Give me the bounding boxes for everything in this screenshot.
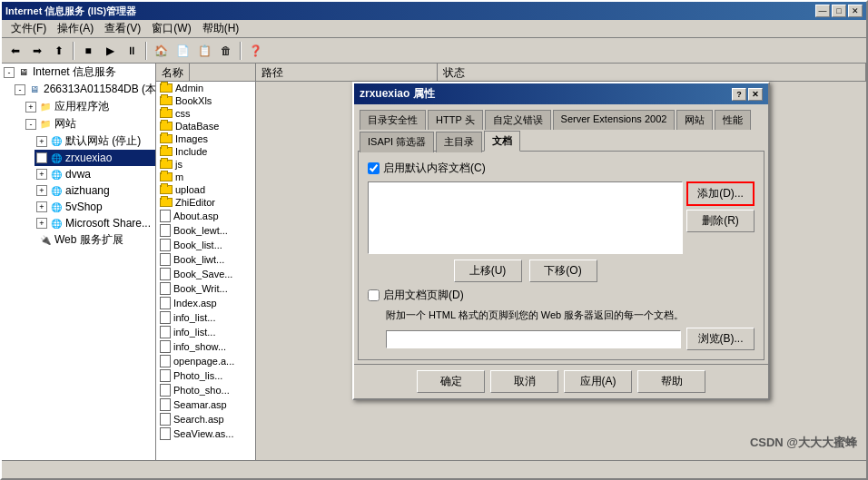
tab-performance[interactable]: 性能 xyxy=(715,110,751,130)
tree-item-webext[interactable]: 🔌 Web 服务扩展 xyxy=(24,231,155,249)
help-button[interactable]: ❓ xyxy=(245,41,265,61)
file-item-book-list1[interactable]: Book_list... xyxy=(156,238,255,252)
tree-item-dvwa[interactable]: + 🌐 dvwa xyxy=(35,166,155,182)
enable-footer-checkbox[interactable] xyxy=(368,289,380,301)
tree-item-server[interactable]: - 🖥 266313A011584DB (本地计... xyxy=(13,81,155,98)
delete-button[interactable]: 🗑 xyxy=(216,41,236,61)
menu-window[interactable]: 窗口(W) xyxy=(146,19,196,38)
enable-default-doc-checkbox[interactable] xyxy=(368,162,380,174)
expand-icon-iis[interactable]: - xyxy=(4,67,15,78)
move-down-button[interactable]: 下移(O) xyxy=(529,260,597,282)
file-item-openpage[interactable]: openpage.a... xyxy=(156,354,255,368)
tree-item-microsoft-share[interactable]: + 🌐 Microsoft Share... xyxy=(35,215,155,231)
file-item-m[interactable]: m xyxy=(156,171,255,183)
tree-item-defaultsite[interactable]: + 🌐 默认网站 (停止) xyxy=(35,132,155,150)
footer-desc: 附加一个 HTML 格式的页脚到您的 Web 服务器返回的每一个文档。 xyxy=(386,309,755,322)
file-item-book-writ[interactable]: Book_Writ... xyxy=(156,281,255,296)
stop-button[interactable]: ■ xyxy=(78,41,98,61)
menu-action[interactable]: 操作(A) xyxy=(52,19,99,38)
add-doc-button[interactable]: 添加(D)... xyxy=(686,181,755,206)
tab-server-ext[interactable]: Server Extensions 2002 xyxy=(553,110,676,130)
menu-file[interactable]: 文件(F) xyxy=(5,19,52,38)
file-item-database[interactable]: DataBase xyxy=(156,120,255,132)
file-item-index[interactable]: Index.asp xyxy=(156,296,255,310)
file-item-photo-sho[interactable]: Photo_sho... xyxy=(156,383,255,397)
tree-label-5vshop: 5vShop xyxy=(65,201,103,213)
file-item-info-list1[interactable]: info_list... xyxy=(156,310,255,325)
page-button[interactable]: 📄 xyxy=(173,41,192,61)
expand-icon-5vshop[interactable]: + xyxy=(36,201,47,212)
defaultsite-icon: 🌐 xyxy=(49,134,64,149)
file-icon-info-list2 xyxy=(160,326,171,338)
delete-doc-button[interactable]: 删除(R) xyxy=(686,210,755,232)
dialog-close-button[interactable]: ✕ xyxy=(748,88,763,101)
tab-custom-errors[interactable]: 自定义错误 xyxy=(485,110,551,130)
tree-item-5vshop[interactable]: + 🌐 5vShop xyxy=(35,199,155,215)
cancel-button[interactable]: 取消 xyxy=(490,370,558,393)
home-button[interactable]: 🏠 xyxy=(151,41,171,61)
expand-icon-server[interactable]: - xyxy=(15,84,25,95)
folder-icon-m xyxy=(160,172,173,181)
file-item-images[interactable]: Images xyxy=(156,132,255,145)
file-item-bookxls[interactable]: BookXls xyxy=(156,94,255,107)
file-item-info-list2[interactable]: info_list... xyxy=(156,325,255,339)
move-up-button[interactable]: 上移(U) xyxy=(454,260,522,282)
expand-icon-sites[interactable]: - xyxy=(25,119,36,130)
expand-icon-apppool[interactable]: + xyxy=(25,102,36,113)
close-button[interactable]: ✕ xyxy=(848,5,863,17)
apply-button[interactable]: 应用(A) xyxy=(564,370,632,393)
file-item-include[interactable]: Include xyxy=(156,145,255,158)
file-item-book-save[interactable]: Book_Save... xyxy=(156,267,255,281)
ok-button[interactable]: 确定 xyxy=(417,370,485,393)
maximize-button[interactable]: □ xyxy=(832,5,846,17)
expand-icon-zrxuexiao[interactable]: + xyxy=(36,152,47,163)
file-item-zhieditor[interactable]: ZhiEditor xyxy=(156,196,255,209)
properties-button[interactable]: 📋 xyxy=(194,41,214,61)
browse-button[interactable]: 浏览(B)... xyxy=(686,328,755,350)
tree-item-aizhuang[interactable]: + 🌐 aizhuang xyxy=(35,182,155,199)
file-item-seaview[interactable]: SeaView.as... xyxy=(156,426,255,441)
refresh-button[interactable]: ▶ xyxy=(100,41,120,61)
menu-view[interactable]: 查看(V) xyxy=(99,19,146,38)
tab-document[interactable]: 文档 xyxy=(484,131,520,152)
file-item-info-show[interactable]: info_show... xyxy=(156,339,255,354)
back-button[interactable]: ⬅ xyxy=(5,41,25,61)
tab-home-dir[interactable]: 主目录 xyxy=(436,132,482,152)
file-list-panel: 名称 Admin BookXls css DataBase Images Inc… xyxy=(156,64,256,460)
tab-isapi[interactable]: ISAPI 筛选器 xyxy=(360,132,434,152)
minimize-button[interactable]: — xyxy=(815,5,830,17)
tree-item-zrxuexiao[interactable]: + 🌐 zrxuexiao xyxy=(35,150,155,166)
tab-http-header[interactable]: HTTP 头 xyxy=(428,110,483,130)
file-item-photo-lis[interactable]: Photo_lis... xyxy=(156,368,255,383)
file-item-search[interactable]: Search.asp xyxy=(156,412,255,426)
file-icon-photo-lis xyxy=(160,369,171,382)
expand-icon-ms-share[interactable]: + xyxy=(36,218,47,229)
expand-icon-defaultsite[interactable]: + xyxy=(36,136,47,147)
dialog-help-icon[interactable]: ? xyxy=(732,88,746,101)
footer-path-input[interactable] xyxy=(386,330,681,348)
file-item-css[interactable]: css xyxy=(156,107,255,120)
file-item-upload[interactable]: upload xyxy=(156,183,255,196)
default-doc-listbox[interactable] xyxy=(368,181,683,254)
file-item-admin[interactable]: Admin xyxy=(156,82,255,94)
expand-icon-dvwa[interactable]: + xyxy=(36,169,47,180)
help-footer-button[interactable]: 帮助 xyxy=(637,370,705,393)
expand-icon-aizhuang[interactable]: + xyxy=(36,185,47,196)
tree-item-iis[interactable]: - 🖥 Internet 信息服务 xyxy=(2,64,155,81)
file-item-book-liwt[interactable]: Book_liwt... xyxy=(156,252,255,267)
file-item-about[interactable]: About.asp xyxy=(156,209,255,223)
toolbar-separator-1 xyxy=(73,42,74,60)
file-icon-photo-sho xyxy=(160,384,171,397)
menu-help[interactable]: 帮助(H) xyxy=(197,19,245,38)
up-button[interactable]: ⬆ xyxy=(49,41,69,61)
tree-item-apppool[interactable]: + 📁 应用程序池 xyxy=(24,98,155,115)
tab-dir-security[interactable]: 目录安全性 xyxy=(360,110,426,130)
tab-website[interactable]: 网站 xyxy=(676,110,713,130)
tree-item-sites[interactable]: - 📁 网站 xyxy=(24,115,155,132)
forward-button[interactable]: ➡ xyxy=(27,41,47,61)
file-item-js[interactable]: js xyxy=(156,158,255,171)
pause-button[interactable]: ⏸ xyxy=(122,41,142,61)
col-name[interactable]: 名称 xyxy=(156,64,190,81)
file-item-book-lewt[interactable]: Book_lewt... xyxy=(156,223,255,238)
file-item-seamar[interactable]: Seamar.asp xyxy=(156,397,255,412)
